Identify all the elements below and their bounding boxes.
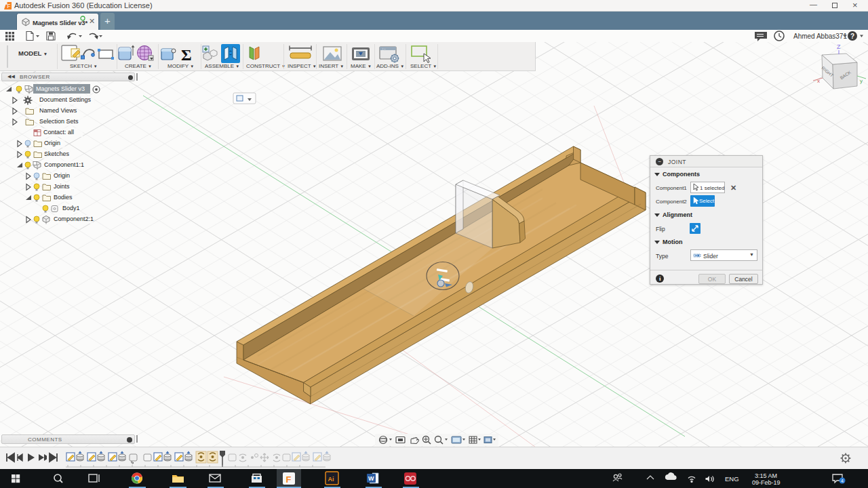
svg-text:Selection Sets: Selection Sets — [39, 118, 79, 125]
svg-text:F: F — [7, 3, 11, 9]
svg-text:Ahmed Abbas371: Ahmed Abbas371 — [793, 33, 847, 40]
svg-text:Bodies: Bodies — [54, 194, 73, 201]
svg-text:Σ: Σ — [181, 46, 192, 64]
svg-text:4: 4 — [841, 479, 844, 483]
svg-text:y: y — [860, 78, 863, 84]
svg-text:3:15 AM: 3:15 AM — [755, 472, 777, 479]
svg-text:Component2:1: Component2:1 — [54, 216, 94, 222]
svg-text:Document Settings: Document Settings — [39, 96, 92, 103]
svg-text:Joints: Joints — [54, 183, 70, 190]
svg-text:Named Views: Named Views — [39, 107, 77, 114]
svg-text:Magnets Slider v3: Magnets Slider v3 — [36, 85, 85, 92]
svg-text:Ai: Ai — [328, 476, 334, 483]
svg-text:ENG: ENG — [725, 475, 739, 483]
svg-text:Origin: Origin — [54, 172, 70, 179]
svg-text:Z: Z — [837, 43, 841, 50]
svg-text:Component1:1: Component1:1 — [44, 161, 84, 168]
svg-text:09-Feb-19: 09-Feb-19 — [752, 479, 781, 486]
svg-text:x: x — [817, 78, 820, 84]
svg-text:W: W — [368, 475, 374, 482]
svg-text:F: F — [286, 474, 292, 485]
svg-text:Contact: all: Contact: all — [43, 129, 74, 136]
svg-text:?: ? — [850, 33, 854, 40]
svg-text:Body1: Body1 — [62, 205, 80, 211]
svg-text:Origin: Origin — [44, 140, 60, 146]
svg-text::-: :- — [382, 47, 386, 52]
svg-text:Sketches: Sketches — [44, 150, 70, 157]
